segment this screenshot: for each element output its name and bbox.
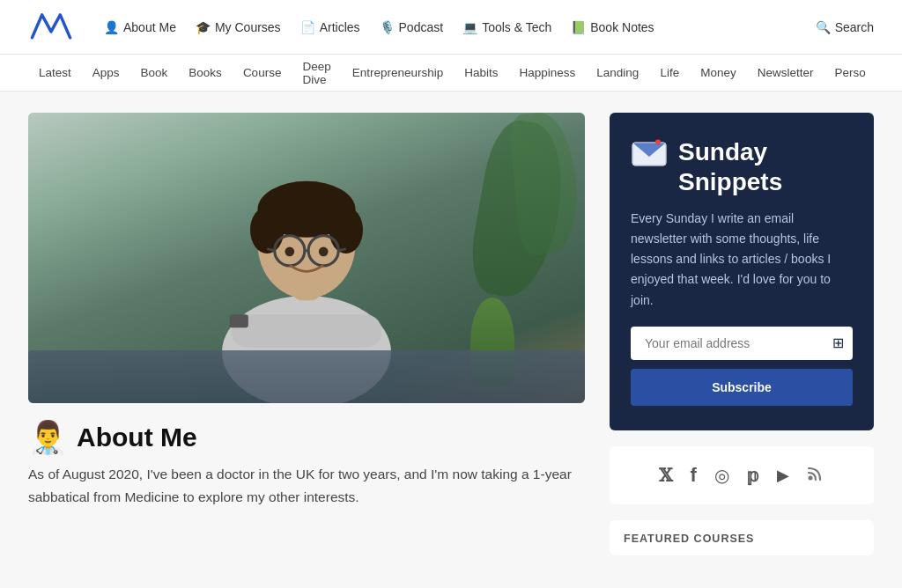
youtube-link[interactable]: ▶	[777, 466, 789, 485]
cat-newsletter[interactable]: Newsletter	[747, 55, 824, 92]
book-notes-icon: 📗	[571, 20, 586, 34]
cat-landing[interactable]: Landing	[586, 55, 649, 92]
nav-articles[interactable]: 📄 Articles	[292, 15, 369, 40]
main-nav: 👤 About Me 🎓 My Courses 📄 Articles 🎙️ Po…	[95, 15, 816, 40]
articles-icon: 📄	[300, 20, 315, 34]
nav-book-notes[interactable]: 📗 Book Notes	[562, 15, 662, 40]
svg-point-12	[285, 247, 294, 257]
cat-latest[interactable]: Latest	[28, 55, 82, 92]
about-me-icon: 👤	[104, 20, 119, 34]
email-field-icon: ⊞	[832, 334, 844, 351]
cat-money[interactable]: Money	[690, 55, 747, 92]
doctor-emoji: 👨‍⚕️	[28, 419, 68, 456]
email-input[interactable]	[640, 327, 832, 360]
about-section: 👨‍⚕️ About Me As of August 2020, I've be…	[28, 419, 585, 508]
nav-my-courses[interactable]: 🎓 My Courses	[187, 15, 290, 40]
social-card: 𝕏 f ◎ 𝕡 ▶	[610, 446, 874, 504]
cat-apps[interactable]: Apps	[82, 55, 130, 92]
search-button[interactable]: 🔍 Search	[816, 20, 874, 34]
podcast-icon: 🎙️	[380, 20, 395, 34]
cat-books[interactable]: Books	[178, 55, 233, 92]
cat-perso[interactable]: Perso	[824, 55, 876, 92]
main-content: 👨‍⚕️ About Me As of August 2020, I've be…	[0, 92, 902, 577]
newsletter-header: Sunday Snippets	[631, 137, 853, 196]
nav-about-me[interactable]: 👤 About Me	[95, 15, 185, 40]
svg-rect-14	[230, 314, 248, 327]
tools-tech-icon: 💻	[462, 20, 477, 34]
email-input-wrapper: ⊞	[631, 327, 853, 360]
cat-life[interactable]: Life	[649, 55, 690, 92]
cat-happiness[interactable]: Happiness	[509, 55, 587, 92]
svg-rect-1	[232, 314, 382, 347]
my-courses-icon: 🎓	[196, 20, 211, 34]
cat-book[interactable]: Book	[130, 55, 179, 92]
cat-course[interactable]: Course	[233, 55, 292, 92]
rss-link[interactable]	[807, 464, 824, 486]
about-description: As of August 2020, I've been a doctor in…	[28, 463, 585, 508]
svg-point-20	[808, 476, 812, 481]
svg-point-5	[250, 207, 284, 254]
cat-deep-dive[interactable]: Deep Dive	[292, 55, 341, 92]
site-header: 👤 About Me 🎓 My Courses 📄 Articles 🎙️ Po…	[0, 0, 902, 55]
logo[interactable]	[28, 9, 74, 46]
newsletter-title: Sunday Snippets	[678, 137, 853, 196]
featured-courses-card: FEATURED COURSES	[610, 520, 874, 555]
featured-courses-header: FEATURED COURSES	[624, 533, 860, 545]
right-column: Sunday Snippets Every Sunday I write an …	[610, 113, 874, 555]
twitter-link[interactable]: 𝕏	[659, 465, 673, 486]
nav-tools-tech[interactable]: 💻 Tools & Tech	[454, 15, 560, 40]
search-icon: 🔍	[816, 20, 831, 34]
category-nav: Latest Apps Book Books Course Deep Dive …	[0, 55, 902, 92]
about-title-row: 👨‍⚕️ About Me	[28, 419, 585, 456]
cat-entrepreneurship[interactable]: Entrepreneurship	[342, 55, 455, 92]
subscribe-button[interactable]: Subscribe	[631, 369, 853, 406]
pinterest-link[interactable]: 𝕡	[747, 465, 759, 486]
svg-point-6	[329, 207, 363, 254]
nav-podcast[interactable]: 🎙️ Podcast	[371, 15, 453, 40]
newsletter-description: Every Sunday I write an email newsletter…	[631, 209, 853, 310]
cat-habits[interactable]: Habits	[454, 55, 508, 92]
newsletter-card: Sunday Snippets Every Sunday I write an …	[610, 113, 874, 430]
envelope-icon	[631, 137, 668, 172]
svg-point-13	[319, 247, 329, 257]
instagram-link[interactable]: ◎	[714, 465, 729, 486]
facebook-link[interactable]: f	[691, 464, 697, 487]
left-column: 👨‍⚕️ About Me As of August 2020, I've be…	[28, 113, 585, 555]
about-heading: About Me	[77, 423, 197, 452]
hero-image	[28, 113, 585, 403]
